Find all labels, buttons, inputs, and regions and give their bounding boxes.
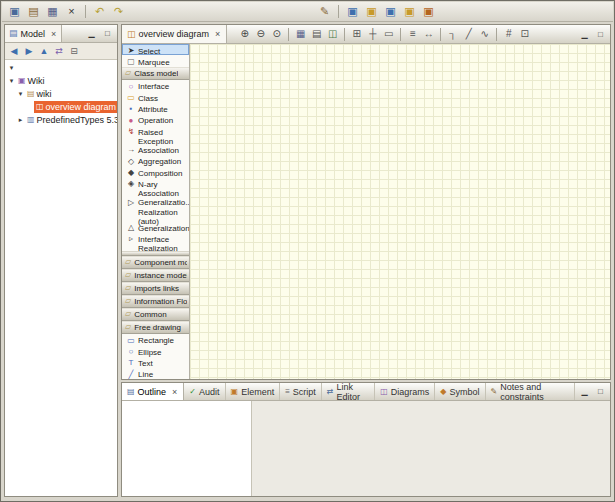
module-blue2-icon[interactable]: ▣: [382, 4, 399, 20]
module-gold-icon[interactable]: ▣: [363, 4, 380, 20]
snap-to-grid-icon[interactable]: ┼: [365, 27, 380, 42]
maximize-icon[interactable]: □: [594, 28, 607, 40]
diagram-palette: ➤Select▢Marquee▱Class model○Interface▭Cl…: [122, 44, 190, 379]
tab-audit[interactable]: ✓Audit: [184, 383, 225, 400]
expander-icon[interactable]: ▾: [16, 90, 25, 98]
page-bounds-icon[interactable]: ▭: [381, 27, 396, 42]
delete-icon[interactable]: ×: [63, 4, 80, 20]
tree-item-wiki-model[interactable]: ▾▣Wiki: [5, 74, 117, 87]
up-icon[interactable]: ▲: [37, 44, 51, 58]
diagram-toolbar: ⊕⊖⊙▦▤◫⊞┼▭≡↔┐╱∿#⊡: [237, 27, 575, 42]
palette-tool-class[interactable]: ▭Class: [122, 91, 189, 102]
minimize-icon[interactable]: ▁: [85, 28, 98, 40]
palette-tool-select[interactable]: ➤Select: [122, 44, 189, 55]
expander-icon[interactable]: ▸: [16, 116, 25, 124]
palette-section-information-flow[interactable]: ▱Information Flo...: [122, 295, 189, 308]
edit-properties-icon[interactable]: ✎: [316, 4, 333, 20]
palette-tool-rectangle[interactable]: ▭Rectangle: [122, 334, 189, 345]
tab-script[interactable]: ≡Script: [280, 383, 322, 400]
palette-section-free-drawing[interactable]: ▱Free drawing: [122, 321, 189, 334]
palette-tool-marquee[interactable]: ▢Marquee: [122, 55, 189, 66]
application-window: ▣▤▦×↶↷✎▣▣▣▣▣ ▤ Model × ▁ □ ◀▶▲⇄⊟ ▾▾▣Wiki…: [0, 0, 615, 502]
palette-drawer-icon: ▱: [125, 258, 131, 266]
undo-icon[interactable]: ↶: [91, 4, 108, 20]
aggregation-icon: ◇: [126, 157, 136, 167]
palette-tool-ellipse[interactable]: ○Ellipse: [122, 345, 189, 356]
overview-icon[interactable]: ⊡: [517, 27, 532, 42]
minimize-icon[interactable]: ▁: [578, 386, 591, 398]
align-icon[interactable]: ≡: [405, 27, 420, 42]
palette-drawer-icon: ▱: [125, 297, 131, 305]
palette-section-class-model[interactable]: ▱Class model: [122, 67, 189, 80]
model-view-icon: ▤: [9, 29, 18, 38]
palette-section-imports-links[interactable]: ▱Imports links: [122, 282, 189, 295]
palette-tool-operation[interactable]: ●Operation: [122, 114, 189, 125]
tab-symbol[interactable]: ◆Symbol: [435, 383, 485, 400]
module-blue-icon[interactable]: ▣: [344, 4, 361, 20]
bottom-panel: ▤Outline×✓Audit▣Element≡Script⇄Link Edit…: [121, 382, 611, 497]
module-gold2-icon[interactable]: ▣: [401, 4, 418, 20]
grid-settings-icon[interactable]: #: [501, 27, 516, 42]
palette-tool-interface[interactable]: ○Interface: [122, 80, 189, 91]
tree-item-wiki-package[interactable]: ▾▤wiki: [5, 87, 117, 100]
diagram-canvas[interactable]: [190, 44, 610, 379]
maximize-icon[interactable]: □: [594, 386, 607, 398]
palette-tool-generalization-realization-auto[interactable]: ▷Generalizatio... Realization (auto): [122, 196, 189, 221]
minimize-icon[interactable]: ▁: [578, 28, 591, 40]
close-icon[interactable]: ×: [50, 29, 57, 39]
editor-tab-label: overview diagram: [139, 29, 210, 39]
tree-item-predefinedtypes[interactable]: ▸▥PredefinedTypes 5.3.00: [5, 113, 117, 126]
tab-element[interactable]: ▣Element: [226, 383, 281, 400]
new-model-icon[interactable]: ▣: [6, 4, 23, 20]
curved-link-icon[interactable]: ∿: [477, 27, 492, 42]
palette-tool-interface-realization[interactable]: ▹Interface Realization: [122, 232, 189, 250]
forward-icon[interactable]: ▶: [22, 44, 36, 58]
back-icon[interactable]: ◀: [7, 44, 21, 58]
maximize-icon[interactable]: □: [101, 28, 114, 40]
palette-tool-attribute[interactable]: ▪Attribute: [122, 102, 189, 113]
zoom-100-icon[interactable]: ⊙: [269, 27, 284, 42]
model-view-tab[interactable]: ▤ Model ×: [5, 25, 62, 42]
palette-section-instance-model[interactable]: ▱Instance model: [122, 269, 189, 282]
palette-section-label: Instance model: [134, 271, 187, 280]
script-tab-icon: ≡: [285, 388, 290, 396]
distribute-icon[interactable]: ↔: [421, 27, 436, 42]
module-orange-icon[interactable]: ▣: [420, 4, 437, 20]
export-image-icon[interactable]: ◫: [325, 27, 340, 42]
open-project-icon[interactable]: ▤: [25, 4, 42, 20]
zoom-in-icon[interactable]: ⊕: [237, 27, 252, 42]
palette-tool-line[interactable]: ╱Line: [122, 368, 189, 379]
redo-icon[interactable]: ↷: [110, 4, 127, 20]
editor-tab-overview-diagram[interactable]: ◫ overview diagram ×: [122, 25, 227, 43]
tab-notes[interactable]: ✎Notes and constraints: [486, 383, 576, 400]
palette-tool-raised-exception[interactable]: ↯Raised Exception: [122, 125, 189, 143]
palette-tool-text[interactable]: TText: [122, 356, 189, 367]
palette-tool-composition[interactable]: ◆Composition: [122, 166, 189, 177]
tab-diagrams[interactable]: ◫Diagrams: [375, 383, 435, 400]
palette-section-component-model[interactable]: ▱Component mo...: [122, 256, 189, 269]
expander-icon[interactable]: ▾: [7, 77, 16, 85]
tab-label: Element: [241, 387, 274, 397]
print-icon[interactable]: ▤: [309, 27, 324, 42]
tree-item-overview-diagram[interactable]: ◫overview diagram: [5, 100, 117, 113]
palette-tool-association[interactable]: →Association: [122, 143, 189, 154]
tab-outline[interactable]: ▤Outline×: [122, 383, 184, 400]
straight-link-icon[interactable]: ╱: [461, 27, 476, 42]
link-with-editor-icon[interactable]: ⇄: [52, 44, 66, 58]
close-icon[interactable]: ×: [171, 387, 178, 397]
close-icon[interactable]: ×: [214, 29, 221, 39]
expander-icon[interactable]: ▾: [7, 64, 16, 72]
zoom-out-icon[interactable]: ⊖: [253, 27, 268, 42]
palette-tool-aggregation[interactable]: ◇Aggregation: [122, 155, 189, 166]
tab-link-editor[interactable]: ⇄Link Editor: [322, 383, 375, 400]
save-diagram-icon[interactable]: ▦: [293, 27, 308, 42]
tree-root-expander[interactable]: ▾: [5, 61, 117, 74]
save-icon[interactable]: ▦: [44, 4, 61, 20]
orthogonal-link-icon[interactable]: ┐: [445, 27, 460, 42]
palette-tool-nary-association[interactable]: ◈N-ary Association: [122, 177, 189, 195]
show-grid-icon[interactable]: ⊞: [349, 27, 364, 42]
collapse-all-icon[interactable]: ⊟: [67, 44, 81, 58]
tab-label: Diagrams: [391, 387, 430, 397]
palette-section-common[interactable]: ▱Common: [122, 308, 189, 321]
palette-tool-generalization[interactable]: △Generalization: [122, 221, 189, 232]
